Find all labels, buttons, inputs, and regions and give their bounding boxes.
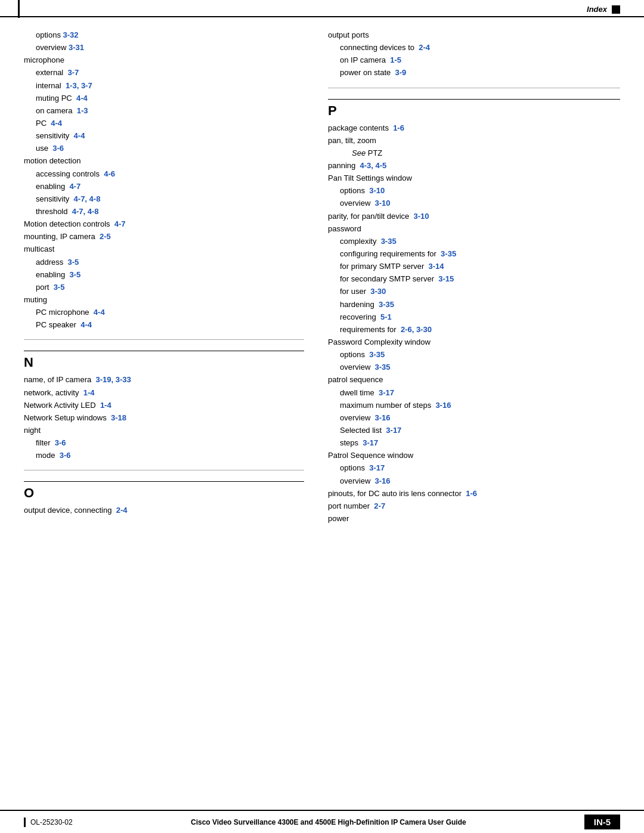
footer-left-bar bbox=[24, 817, 26, 827]
list-item: external 3-7 bbox=[36, 67, 304, 79]
list-item: mounting, IP camera 2-5 bbox=[24, 231, 304, 243]
list-item: PC microphone 4-4 bbox=[36, 306, 304, 318]
section-divider-n bbox=[24, 339, 304, 340]
list-item: configuring requirements for 3-35 bbox=[340, 248, 620, 260]
list-item: address 3-5 bbox=[36, 256, 304, 268]
list-item: password bbox=[328, 223, 620, 235]
list-item: power on state 3-9 bbox=[340, 67, 620, 79]
main-content: options 3-32 overview 3-31 microphone ex… bbox=[0, 17, 644, 537]
header-bar: Index bbox=[0, 0, 644, 17]
list-item: recovering 5-1 bbox=[340, 311, 620, 323]
list-item: pinouts, for DC auto iris lens connector… bbox=[328, 488, 620, 500]
list-item: sensitivity 4-4 bbox=[36, 130, 304, 142]
list-item: night bbox=[24, 425, 304, 436]
list-item: sensitivity 4-7, 4-8 bbox=[36, 193, 304, 205]
list-item: for secondary SMTP server 3-15 bbox=[340, 273, 620, 285]
list-item: overview 3-10 bbox=[340, 197, 620, 209]
list-item: on IP camera 1-5 bbox=[340, 54, 620, 66]
list-item: complexity 3-35 bbox=[340, 236, 620, 247]
list-item: for user 3-30 bbox=[340, 286, 620, 298]
list-item: mode 3-6 bbox=[36, 450, 304, 462]
list-item: Selected list 3-17 bbox=[340, 425, 620, 436]
n-section-entries: name, of IP camera 3-19, 3-33 network, a… bbox=[24, 374, 304, 462]
index-square-icon bbox=[612, 5, 620, 14]
list-item: Password Complexity window bbox=[328, 336, 620, 348]
list-item: patrol sequence bbox=[328, 374, 620, 386]
list-item: filter 3-6 bbox=[36, 437, 304, 449]
list-item: pan, tilt, zoom bbox=[328, 135, 620, 147]
list-item: on camera 1-3 bbox=[36, 105, 304, 117]
list-item: muting bbox=[24, 294, 304, 306]
list-item: maximum number of steps 3-16 bbox=[340, 400, 620, 411]
list-item: overview 3-31 bbox=[36, 42, 304, 54]
list-item: PC speaker 4-4 bbox=[36, 319, 304, 331]
list-item: options 3-17 bbox=[340, 462, 620, 474]
list-item: package contents 1-6 bbox=[328, 122, 620, 134]
section-header-n: N bbox=[24, 351, 304, 370]
footer-left: OL-25230-02 bbox=[24, 817, 73, 827]
list-item: port 3-5 bbox=[36, 281, 304, 293]
index-label-box: Index bbox=[587, 5, 620, 14]
list-item: PC 4-4 bbox=[36, 117, 304, 129]
list-item: Network Setup windows 3-18 bbox=[24, 412, 304, 424]
footer-bar: OL-25230-02 Cisco Video Surveillance 430… bbox=[0, 810, 644, 833]
list-item: options 3-35 bbox=[340, 349, 620, 361]
list-item: threshold 4-7, 4-8 bbox=[36, 206, 304, 218]
list-item: overview 3-16 bbox=[340, 475, 620, 487]
section-header-o: O bbox=[24, 481, 304, 501]
page-number: IN-5 bbox=[584, 815, 620, 829]
list-item: use 3-6 bbox=[36, 143, 304, 154]
list-item: network, activity 1-4 bbox=[24, 387, 304, 399]
list-item: motion detection bbox=[24, 155, 304, 167]
top-left-border bbox=[18, 0, 20, 18]
list-item: options 3-10 bbox=[340, 185, 620, 197]
list-item: muting PC 4-4 bbox=[36, 92, 304, 104]
list-item: steps 3-17 bbox=[340, 437, 620, 449]
list-item: power bbox=[328, 513, 620, 525]
section-header-p: P bbox=[328, 99, 620, 119]
list-item: overview 3-16 bbox=[340, 412, 620, 424]
footer-title: Cisco Video Surveillance 4300E and 4500E… bbox=[73, 818, 584, 826]
o-section-entries: output device, connecting 2-4 bbox=[24, 504, 304, 516]
list-item: accessing controls 4-6 bbox=[36, 168, 304, 180]
list-item: enabling 3-5 bbox=[36, 269, 304, 281]
list-item: Patrol Sequence window bbox=[328, 450, 620, 462]
top-entries-right: output ports connecting devices to 2-4 o… bbox=[328, 29, 620, 79]
right-column: output ports connecting devices to 2-4 o… bbox=[322, 29, 620, 525]
list-item: output device, connecting 2-4 bbox=[24, 504, 304, 516]
list-item: overview 3-35 bbox=[340, 361, 620, 373]
ol-number: OL-25230-02 bbox=[30, 818, 73, 826]
list-item: multicast bbox=[24, 243, 304, 255]
list-item: port number 2-7 bbox=[328, 500, 620, 512]
list-item: for primary SMTP server 3-14 bbox=[340, 261, 620, 272]
top-entries-left: options 3-32 overview 3-31 microphone ex… bbox=[24, 29, 304, 331]
list-item: name, of IP camera 3-19, 3-33 bbox=[24, 374, 304, 386]
list-item: Motion detection controls 4-7 bbox=[24, 218, 304, 230]
list-item: See PTZ bbox=[352, 147, 620, 159]
index-label: Index bbox=[587, 5, 607, 14]
list-item: requirements for 2-6, 3-30 bbox=[340, 324, 620, 336]
section-divider-o bbox=[24, 470, 304, 470]
left-column: options 3-32 overview 3-31 microphone ex… bbox=[24, 29, 322, 525]
list-item: output ports bbox=[328, 29, 620, 41]
list-item: connecting devices to 2-4 bbox=[340, 42, 620, 54]
list-item: enabling 4-7 bbox=[36, 181, 304, 193]
section-divider-p bbox=[328, 88, 620, 88]
list-item: panning 4-3, 4-5 bbox=[328, 160, 620, 172]
list-item: internal 1-3, 3-7 bbox=[36, 80, 304, 92]
list-item: microphone bbox=[24, 54, 304, 66]
list-item: Network Activity LED 1-4 bbox=[24, 400, 304, 411]
list-item: options 3-32 bbox=[36, 29, 304, 41]
p-section-entries: package contents 1-6 pan, tilt, zoom See… bbox=[328, 122, 620, 525]
list-item: dwell time 3-17 bbox=[340, 387, 620, 399]
list-item: hardening 3-35 bbox=[340, 299, 620, 311]
page: Index options 3-32 overview 3-31 microph… bbox=[0, 0, 644, 833]
list-item: Pan Tilt Settings window bbox=[328, 172, 620, 184]
list-item: parity, for pan/tilt device 3-10 bbox=[328, 210, 620, 222]
